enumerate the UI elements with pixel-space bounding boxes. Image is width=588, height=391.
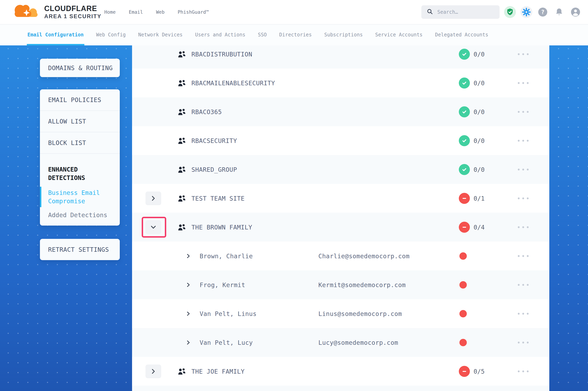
group-row[interactable]: RBACO3650/0 bbox=[132, 97, 549, 126]
tab-label: SSO bbox=[258, 32, 267, 38]
expand-button[interactable] bbox=[146, 365, 161, 378]
status-count: 0/0 bbox=[473, 51, 485, 58]
group-row[interactable]: RBACSECURITY0/0 bbox=[132, 126, 549, 155]
search-input[interactable]: Search… bbox=[421, 5, 500, 19]
status-fail-badge bbox=[459, 193, 470, 204]
group-row[interactable]: SHARED_GROUP0/0 bbox=[132, 155, 549, 184]
row-actions-menu-button[interactable] bbox=[518, 284, 529, 286]
sidebar-item-block-list[interactable]: BLOCK LIST bbox=[40, 132, 120, 154]
row-actions-menu-button[interactable] bbox=[518, 342, 529, 343]
group-list-panel: RBACDISTRUBUTION0/0RBACMAILENABLESECURIT… bbox=[132, 45, 549, 391]
sidebar-item-enhanced-detections: ENHANCED DETECTIONS bbox=[40, 154, 120, 182]
tab-network-devices[interactable]: Network Devices bbox=[138, 24, 183, 45]
gear-icon[interactable] bbox=[520, 6, 532, 18]
group-icon bbox=[177, 223, 186, 231]
sidebar-item-retract-settings[interactable]: RETRACT SETTINGS bbox=[48, 246, 109, 253]
row-actions-menu-button[interactable] bbox=[518, 111, 529, 113]
top-nav-email[interactable]: Email bbox=[129, 9, 143, 15]
sidebar-item-email-policies[interactable]: EMAIL POLICIES bbox=[40, 89, 120, 111]
brand-title: CLOUDFLARE bbox=[44, 5, 102, 13]
member-chevron-icon bbox=[186, 339, 191, 346]
sidebar-item-label: EMAIL POLICIES bbox=[48, 96, 101, 103]
top-nav-phishguard[interactable]: PhishGuard™ bbox=[178, 9, 209, 15]
group-row[interactable]: THE BROWN FAMILY0/4 bbox=[132, 213, 549, 242]
tab-delegated-accounts[interactable]: Delegated Accounts bbox=[435, 24, 488, 45]
status-pass-badge bbox=[459, 135, 470, 146]
tab-label: Delegated Accounts bbox=[435, 32, 488, 38]
row-actions-menu-button[interactable] bbox=[518, 370, 529, 372]
member-email: Linus@somedemocorp.com bbox=[318, 310, 402, 317]
tab-web-config[interactable]: Web Config bbox=[96, 24, 126, 45]
top-nav-web[interactable]: Web bbox=[156, 9, 165, 15]
top-nav-home[interactable]: Home bbox=[104, 9, 116, 15]
group-row[interactable]: RBACDISTRUBUTION0/0 bbox=[132, 45, 549, 69]
status-count: 0/1 bbox=[473, 195, 485, 202]
member-row[interactable]: Van Pelt, LinusLinus@somedemocorp.com bbox=[132, 299, 549, 328]
sidebar-item-added-detections[interactable]: Added Detections bbox=[40, 205, 120, 219]
cloudflare-cloud-icon bbox=[11, 3, 41, 21]
group-name: SHARED_GROUP bbox=[191, 166, 237, 173]
content-background: DOMAINS & ROUTINGEMAIL POLICIESALLOW LIS… bbox=[0, 45, 588, 391]
sidebar-item-label: RETRACT SETTINGS bbox=[48, 246, 109, 253]
tab-directories[interactable]: Directories bbox=[279, 24, 312, 45]
row-actions-menu-button[interactable] bbox=[518, 255, 529, 257]
row-actions-menu-button[interactable] bbox=[518, 313, 529, 314]
status-count: 0/0 bbox=[473, 166, 485, 173]
group-icon bbox=[177, 79, 186, 87]
status-count: 0/0 bbox=[473, 108, 485, 115]
group-name: RBACSECURITY bbox=[191, 137, 237, 144]
group-name: THE BROWN FAMILY bbox=[191, 223, 252, 231]
sidebar-item-domains-routing[interactable]: DOMAINS & ROUTING bbox=[48, 64, 113, 72]
status-fail-dot bbox=[459, 339, 467, 346]
group-row[interactable]: THE JOE FAMILY0/5 bbox=[132, 357, 549, 386]
bell-icon[interactable] bbox=[553, 6, 565, 18]
status-fail-badge bbox=[459, 366, 470, 377]
status-count: 0/0 bbox=[473, 79, 485, 87]
row-actions-menu-button[interactable] bbox=[518, 53, 529, 55]
member-email: Charlie@somedemocorp.com bbox=[318, 252, 410, 260]
search-icon bbox=[427, 8, 433, 16]
row-actions-menu-button[interactable] bbox=[518, 140, 529, 141]
tab-email-configuration[interactable]: Email Configuration bbox=[27, 24, 84, 45]
annotation-highlight-box bbox=[142, 217, 166, 238]
member-chevron-icon bbox=[186, 253, 191, 259]
member-name: Brown, Charlie bbox=[200, 252, 253, 260]
active-tab-underline bbox=[27, 44, 84, 45]
sidebar-item-label: BLOCK LIST bbox=[48, 139, 86, 146]
member-chevron-icon bbox=[186, 311, 191, 317]
tab-label: Subscriptions bbox=[324, 32, 363, 38]
expand-button[interactable] bbox=[146, 192, 161, 205]
status-pass-badge bbox=[459, 49, 470, 60]
group-row[interactable]: TEST TEAM SITE0/1 bbox=[132, 184, 549, 213]
tab-label: Network Devices bbox=[138, 32, 183, 38]
sidebar-item-business-email-compromise[interactable]: Business Email Compromise bbox=[40, 189, 120, 205]
row-actions-menu-button[interactable] bbox=[518, 82, 529, 84]
member-row[interactable]: Frog, KermitKermit@somedemocorp.com bbox=[132, 270, 549, 299]
tab-sso[interactable]: SSO bbox=[258, 24, 267, 45]
row-actions-menu-button[interactable] bbox=[518, 169, 529, 170]
status-count: 0/4 bbox=[473, 223, 485, 231]
status-pass-badge bbox=[459, 106, 470, 117]
member-name: Van Pelt, Lucy bbox=[200, 339, 253, 346]
row-actions-menu-button[interactable] bbox=[518, 226, 529, 228]
tab-subscriptions[interactable]: Subscriptions bbox=[324, 24, 363, 45]
help-icon[interactable]: ? bbox=[537, 6, 549, 18]
top-bar: CLOUDFLARE AREA 1 SECURITY HomeEmailWebP… bbox=[0, 0, 588, 24]
row-actions-menu-button[interactable] bbox=[518, 197, 529, 199]
member-name: Frog, Kermit bbox=[200, 281, 245, 288]
group-row[interactable]: RBACMAILENABLESECURITY0/0 bbox=[132, 69, 549, 97]
user-icon[interactable] bbox=[570, 6, 582, 18]
tab-users-and-actions[interactable]: Users and Actions bbox=[195, 24, 246, 45]
sidebar-card-3: RETRACT SETTINGS bbox=[40, 239, 120, 260]
member-row[interactable]: Brown, CharlieCharlie@somedemocorp.com bbox=[132, 242, 549, 270]
group-icon bbox=[177, 368, 186, 375]
status-fail-badge bbox=[459, 222, 470, 233]
sidebar-item-allow-list[interactable]: ALLOW LIST bbox=[40, 111, 120, 132]
shield-check-icon[interactable] bbox=[504, 6, 516, 18]
tab-service-accounts[interactable]: Service Accounts bbox=[375, 24, 423, 45]
member-email: Kermit@somedemocorp.com bbox=[318, 281, 406, 288]
status-count: 0/0 bbox=[473, 137, 485, 144]
member-row[interactable]: Van Pelt, LucyLucy@somedemocorp.com bbox=[132, 328, 549, 357]
group-name: RBACMAILENABLESECURITY bbox=[191, 79, 275, 87]
status-pass-badge bbox=[459, 164, 470, 175]
